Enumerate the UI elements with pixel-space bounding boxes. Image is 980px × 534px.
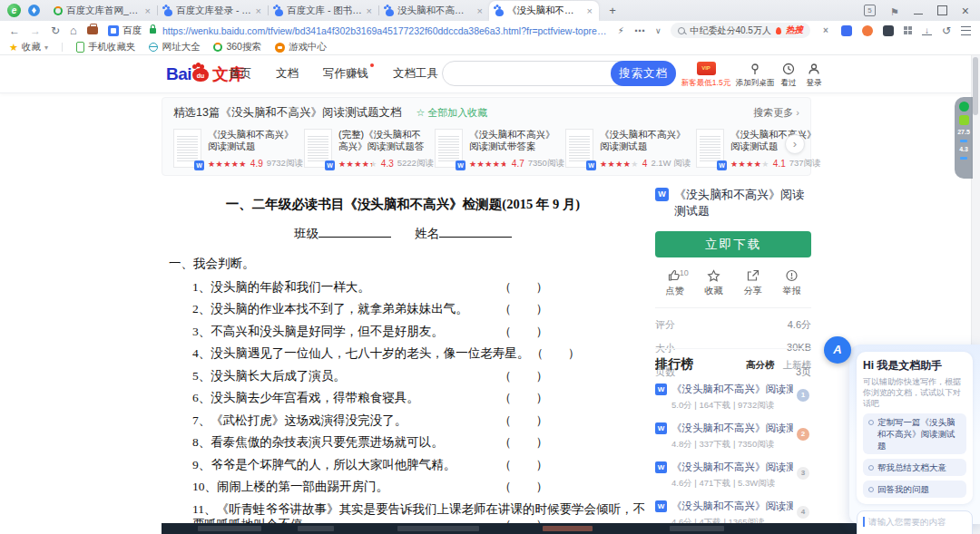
search-more-link[interactable]: 搜索更多 <box>753 106 799 120</box>
question-item: 6、没头脑去少年宫看戏，得带粮食寝具。（ ） <box>192 390 646 405</box>
tab-close-icon[interactable] <box>477 6 483 15</box>
tab-close-icon[interactable] <box>145 6 151 15</box>
rank-badge: 4 <box>797 506 809 519</box>
ranking-row[interactable]: 《没头脑和不高兴》阅读测... 4.8分 | 337下载 | 7350阅读 2 <box>655 422 811 451</box>
site-badge[interactable]: 百度 <box>108 24 142 37</box>
more-tools-icon[interactable] <box>634 25 645 36</box>
tab-1[interactable]: 百度文库首网_360搜索 <box>47 1 157 21</box>
pin-icon <box>749 63 761 75</box>
word-doc-icon <box>655 500 667 512</box>
bookmark-360-search[interactable]: 360搜索 <box>213 41 261 53</box>
dropdown-chevron-icon[interactable] <box>655 24 662 36</box>
menu-icon[interactable] <box>961 26 971 35</box>
carousel-header: 精选13篇《没头脑和不高兴》阅读测试题文档 全部加入收藏 搜索更多 <box>173 105 799 121</box>
workspace-icon[interactable] <box>87 26 98 34</box>
doc-thumbnail <box>304 129 332 168</box>
share-button[interactable]: 分享 <box>733 269 772 297</box>
doc-card[interactable]: 《没头脑和不高兴》阅读测试题 4.9 9732阅读 <box>173 129 304 170</box>
wenku-header: Bai du 文库 首页 文档 写作赚钱 文档工具 更多 搜索文档 VIP 新客… <box>0 55 972 93</box>
history-restore-icon[interactable] <box>942 25 951 36</box>
login[interactable]: 登录 <box>802 61 826 88</box>
star-rating-icon <box>469 160 508 169</box>
assistant-input[interactable]: 请输入您需要的内容 <box>857 510 973 534</box>
minimize-button[interactable] <box>914 14 923 15</box>
reload-icon[interactable] <box>51 25 60 36</box>
word-doc-icon <box>194 160 204 170</box>
doc-card[interactable]: 《没头脑和不高兴》阅读测试题 4 2.1W 阅读 <box>565 129 696 170</box>
close-window-button[interactable] <box>962 3 969 19</box>
favorite-all-link[interactable]: 全部加入收藏 <box>416 106 487 120</box>
tab-close-icon[interactable] <box>256 6 261 15</box>
bookmark-favorites[interactable]: 收藏 <box>9 41 48 53</box>
flag-icon[interactable] <box>890 3 899 19</box>
viewed-history[interactable]: 看过 <box>777 61 800 88</box>
doc-card[interactable]: 《没头脑和不高兴》阅读测试带答案 4.7 7350阅读 <box>435 129 565 170</box>
nav-docs[interactable]: 文档 <box>276 66 299 82</box>
tab-close-icon[interactable] <box>587 6 593 15</box>
back-icon[interactable] <box>9 25 20 36</box>
word-doc-icon <box>586 160 596 170</box>
nav-tools[interactable]: 文档工具 <box>393 66 438 82</box>
carousel-title: 精选13篇《没头脑和不高兴》阅读测试题文档 <box>173 105 401 121</box>
https-lock-icon[interactable] <box>150 28 156 34</box>
tab-3[interactable]: 百度文库 - 图书/资格考试类 <box>269 1 378 21</box>
wenku-search-input[interactable] <box>443 62 612 85</box>
doc-card[interactable]: (完整)《没头脑和不高兴》阅读测试题答案 4.3 5222阅读 <box>304 129 435 170</box>
question-item: 1、没头脑的年龄和我们一样大。（ ） <box>192 279 646 295</box>
search-docs-button[interactable]: 搜索文档 <box>611 61 676 86</box>
tab-5-active[interactable]: 《没头脑和不高兴》阅读测试... <box>489 1 599 21</box>
assistant-placeholder: 请输入您需要的内容 <box>863 517 966 527</box>
report-button[interactable]: 举报 <box>772 269 811 297</box>
tab-newly-added[interactable]: 上新榜 <box>783 359 812 372</box>
suggestion-chip[interactable]: 回答我的问题 <box>863 481 966 498</box>
ranking-row[interactable]: 《没头脑和不高兴》阅读测... 5.0分 | 164下载 | 9732阅读 1 <box>655 383 811 412</box>
speed-mode-icon[interactable] <box>618 24 624 36</box>
assistant-avatar[interactable]: A <box>824 336 851 364</box>
downloads-icon[interactable] <box>922 26 932 35</box>
nav-home[interactable]: 首页 <box>229 66 251 82</box>
clock-icon <box>782 63 795 75</box>
tab-4[interactable]: 没头脑和不高兴阅读测试题 <box>379 1 489 21</box>
vip-promo[interactable]: VIP 新客最低1.5元 <box>681 61 731 88</box>
like-count: 10 <box>680 268 689 277</box>
forward-icon[interactable] <box>30 25 41 36</box>
scrollbar-thumb[interactable] <box>973 57 978 115</box>
browser-360-icon[interactable] <box>7 4 21 17</box>
browser-window: 百度文库首网_360搜索 百度文库登录 - 百度文库 百度文库 - 图书/资格考… <box>0 0 980 534</box>
suggestion-chip[interactable]: 定制写一篇《没头脑和不高兴》阅读测试题 <box>863 413 966 454</box>
add-to-desktop[interactable]: 添加到桌面 <box>733 61 777 88</box>
suggestion-chip[interactable]: 帮我总结文档大意 <box>863 459 966 476</box>
new-tab-button[interactable] <box>604 3 621 19</box>
ranking-row[interactable]: 《没头脑和不高兴》阅读测... 4.6分 | 471下载 | 5.3W阅读 3 <box>655 461 811 490</box>
quick-search-box[interactable]: 中纪委处分40.5万人 热搜 <box>671 23 809 38</box>
blue-extension-icon[interactable] <box>841 25 852 36</box>
hot-flame-icon <box>776 27 781 34</box>
phone-icon <box>76 42 84 53</box>
tab-2[interactable]: 百度文库登录 - 百度文库 <box>158 1 268 21</box>
assistant-message: Hi 我是文档助手 可以辅助你快速写作，根据你浏览的文档，试试以下对话吧 定制写… <box>857 352 973 504</box>
document-viewer[interactable]: 一、二年级必读书目《没头脑和不高兴》检测题(2015 年 9 月) 班级姓名 一… <box>162 181 644 532</box>
favorite-button[interactable]: 收藏 <box>694 269 733 297</box>
compass-icon[interactable] <box>28 5 40 16</box>
screenshot-extension-icon[interactable] <box>820 25 831 36</box>
home-icon[interactable] <box>70 25 77 36</box>
url-text[interactable]: https://wenku.baidu.com/tfview/bd341a4f3… <box>162 25 608 36</box>
question-item: 8、看泰焦傲的杂技表演只要凭票进场就可以。（ ） <box>192 434 646 450</box>
doc-card[interactable]: 《没头脑和不高兴》阅读测试题 4.1 737阅读 <box>696 129 827 170</box>
download-button[interactable]: 立即下载 <box>655 231 811 257</box>
tab-list-icon[interactable]: 5 <box>864 5 876 16</box>
bookmark-site-directory[interactable]: 网址大全 <box>149 41 200 53</box>
bookmark-mobile-favorites[interactable]: 手机收藏夹 <box>76 41 136 53</box>
apps-grid-icon[interactable] <box>904 26 912 34</box>
like-button[interactable]: 10 点赞 <box>655 269 694 297</box>
browser-side-widget[interactable]: 27.5 4.3 <box>955 97 973 179</box>
orange-extension-icon[interactable] <box>862 25 873 36</box>
nav-earn[interactable]: 写作赚钱 <box>323 66 368 82</box>
star-icon <box>9 42 18 53</box>
maximize-button[interactable] <box>937 5 947 15</box>
dark-extension-icon[interactable] <box>883 25 894 36</box>
tab-high-score[interactable]: 高分榜 <box>746 359 775 372</box>
carousel-next-button[interactable] <box>785 134 805 154</box>
tab-close-icon[interactable] <box>367 6 372 15</box>
bookmark-game-center[interactable]: 游戏中心 <box>275 41 327 53</box>
